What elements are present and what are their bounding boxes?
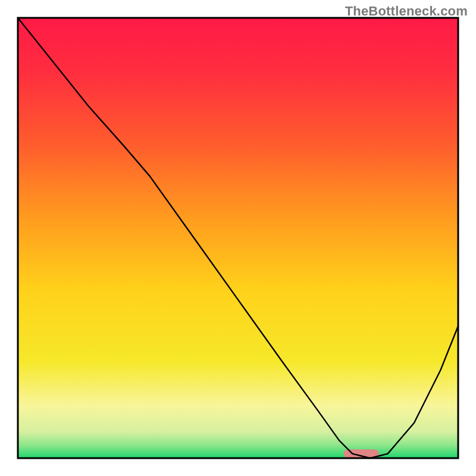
bottleneck-chart: TheBottleneck.com xyxy=(0,0,476,476)
watermark-text: TheBottleneck.com xyxy=(345,4,468,19)
chart-svg xyxy=(0,0,476,476)
plot-area xyxy=(18,18,458,458)
gradient-background xyxy=(18,18,458,458)
